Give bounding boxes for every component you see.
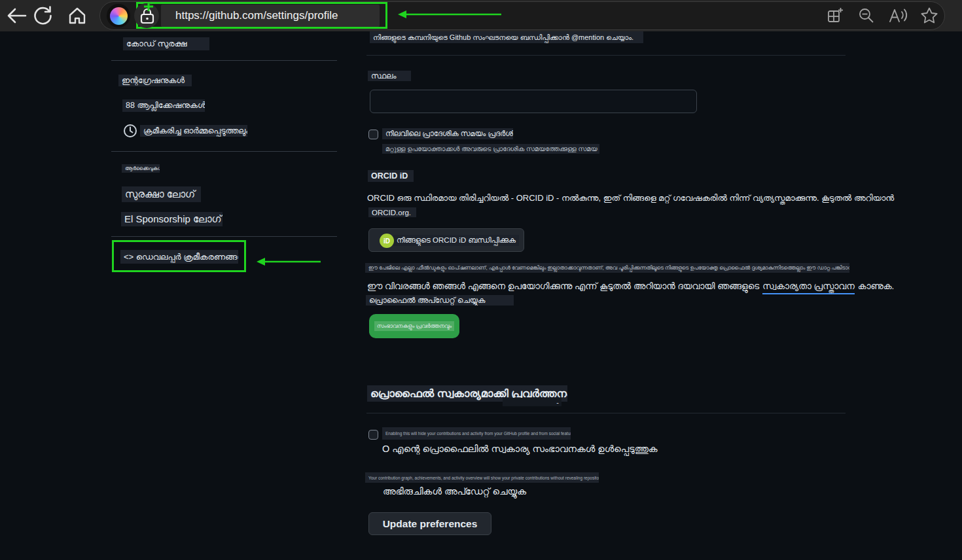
fine-print-text: ഈ പേജിലെ എല്ലാ ഫീൽഡുകളും ഓപ്ഷണലാണ്, എപ്പ… <box>368 265 849 271</box>
annotation-arrow-developer-settings <box>257 257 322 266</box>
sidebar-item-label: 88 ആപ്ലിക്കേഷനുകൾ <box>126 101 205 111</box>
location-input[interactable] <box>370 90 697 113</box>
update-preferences-button[interactable]: Update preferences <box>368 512 491 535</box>
include-private-contributions-label: O എന്റെ പ്രൊഫൈലിൽ സ്വകാര്യ സംഭാവനകൾ ഉൾപ്… <box>382 444 658 455</box>
url-input[interactable]: https://github.com/settings/profile <box>161 5 380 27</box>
sidebar-item-code-security[interactable]: കോഡ് സുരക്ഷ <box>123 37 209 50</box>
sidebar-header-archives: ആർക്കൈവുകൾ <box>122 164 160 173</box>
update-profile-hint: പ്രൊഫൈൽ അപ്ഡേറ്റ് ചെയ്യുക <box>366 295 514 306</box>
annotation-arrow-url <box>398 10 503 19</box>
sentence-text: ഈ വിവരങ്ങൾ ഞങ്ങൾ എങ്ങനെ ഉപയോഗിക്കുന്നു എ… <box>367 281 759 292</box>
sidebar-item-applications[interactable]: 88 ആപ്ലിക്കേഷനുകൾ <box>122 99 205 112</box>
section-divider <box>366 413 846 413</box>
privacy-statement-link[interactable]: സ്വകാര്യതാ പ്രസ്താവന <box>762 281 854 294</box>
orcid-id-icon: iD <box>380 234 394 248</box>
refresh-icon[interactable] <box>32 5 53 26</box>
orcid-description: ORCID ഒരു സ്ഥിരമായ തിരിച്ചറിയൽ - ORCID i… <box>367 193 848 203</box>
include-private-contributions-checkbox[interactable] <box>368 430 378 440</box>
label-text: നിലവിലെ പ്രാദേശിക സമയം പ്രദർശിപ്പിക്കുക <box>385 130 513 138</box>
preferences-fine-print: Your contribution graph, achievements, a… <box>365 472 599 483</box>
sidebar-item-label: <> ഡെവലപ്പർ ക്രമീകരണങ്ങൾ <box>124 252 238 262</box>
sidebar-header-label: ആർക്കൈവുകൾ <box>125 166 160 172</box>
update-preferences-label: അഭിരുചികൾ അപ്ഡേറ്റ് ചെയ്യുക <box>383 486 526 497</box>
sidebar-divider <box>111 236 337 237</box>
hint-text: നിങ്ങളുടെ കമ്പനിയുടെ Github സംഘടനയെ ബന്ധ… <box>373 33 633 42</box>
sidebar-item-label: ക്രമീകരിച്ച ഓർമ്മപ്പെടുത്തലുകൾ <box>143 126 247 136</box>
location-label: സ്ഥലം <box>368 71 411 81</box>
hint-text: പ്രൊഫൈൽ അപ്ഡേറ്റ് ചെയ്യുക <box>369 296 486 305</box>
company-mention-hint: നിങ്ങളുടെ കമ്പനിയുടെ Github സംഘടനയെ ബന്ധ… <box>370 31 643 43</box>
sidebar-item-label: El Sponsorship ലോഗ് <box>124 213 222 225</box>
connect-orcid-button[interactable]: iD നിങ്ങളുടെ ORCID iD ബന്ധിപ്പിക്കുക <box>368 228 524 252</box>
label-text: O എന്റെ പ്രൊഫൈലിൽ സ്വകാര്യ സംഭാവനകൾ ഉൾപ്… <box>382 444 658 454</box>
button-label: നിങ്ങളുടെ ORCID iD ബന്ധിപ്പിക്കുക <box>393 235 519 246</box>
fields-optional-fine-print: ഈ പേജിലെ എല്ലാ ഫീൽഡുകളും ഓപ്ഷണലാണ്, എപ്പ… <box>365 263 849 273</box>
url-text: https://github.com/settings/profile <box>175 9 338 22</box>
sidebar-item-scheduled-reminders[interactable]: ക്രമീകരിച്ച ഓർമ്മപ്പെടുത്തലുകൾ <box>140 125 247 137</box>
orcid-org-link[interactable]: ORCID.org. <box>368 207 416 217</box>
hint-text: മറ്റുള്ള ഉപയോക്താക്കൾ അവരുടെ പ്രാദേശിക സ… <box>385 145 599 153</box>
dash-text: - <box>556 398 559 406</box>
annotation-cursor-marker <box>143 1 154 12</box>
private-contributions-fine-print: Enabling this will hide your contributio… <box>382 427 571 440</box>
sidebar-divider <box>111 151 337 152</box>
sidebar-divider <box>111 60 337 61</box>
local-time-hint: മറ്റുള്ള ഉപയോക്താക്കൾ അവരുടെ പ്രാദേശിക സ… <box>382 144 599 154</box>
sidebar-item-security-log[interactable]: സുരക്ഷാ ലോഗ് <box>122 186 201 202</box>
favorites-star-icon[interactable] <box>919 6 939 26</box>
sidebar-item-sponsorship-log[interactable]: El Sponsorship ലോഗ് <box>121 212 223 226</box>
clock-icon <box>123 124 137 138</box>
home-icon[interactable] <box>67 6 87 26</box>
zoom-out-icon[interactable] <box>857 7 876 25</box>
button-label: Update preferences <box>383 518 478 530</box>
heading-remnant: - <box>503 398 561 406</box>
label-text: അഭിരുചികൾ അപ്ഡേറ്റ് ചെയ്യുക <box>383 486 526 497</box>
button-label: സംഭാവനകളും പ്രവർത്തനവും <box>374 321 454 331</box>
sidebar-item-label: കോഡ് സുരക്ഷ <box>126 39 187 49</box>
copilot-icon[interactable] <box>107 4 130 27</box>
privacy-statement-sentence: ഈ വിവരങ്ങൾ ഞങ്ങൾ എങ്ങനെ ഉപയോഗിക്കുന്നു എ… <box>367 281 894 294</box>
section-divider <box>366 55 846 56</box>
browser-toolbar: https://github.com/settings/profile <box>0 0 962 31</box>
label-text: സ്ഥലം <box>371 71 396 80</box>
local-time-checkbox[interactable] <box>368 130 378 139</box>
sidebar-header-integrations: ഇന്റഗ്രേഷനുകൾ <box>118 75 192 86</box>
back-icon[interactable] <box>5 7 27 25</box>
paragraph-text: ORCID ഒരു സ്ഥിരമായ തിരിച്ചറിയൽ - ORCID i… <box>367 193 894 203</box>
sidebar-item-developer-settings[interactable]: <> ഡെവലപ്പർ ക്രമീകരണങ്ങൾ <box>120 250 238 264</box>
link-text: ORCID.org. <box>372 209 411 217</box>
browser-window: https://github.com/settings/profile കോഡ്… <box>0 0 962 560</box>
orcid-label: ORCID iD <box>368 170 414 182</box>
tab-actions-icon[interactable] <box>826 7 844 25</box>
sidebar-header-label: ഇന്റഗ്രേഷനുകൾ <box>122 76 185 86</box>
update-profile-button[interactable]: സംഭാവനകളും പ്രവർത്തനവും <box>369 314 459 338</box>
copilot-logo <box>110 7 128 25</box>
fine-print-text: Enabling this will hide your contributio… <box>385 431 571 436</box>
label-text: ORCID iD <box>371 171 408 181</box>
sidebar-item-label: സുരക്ഷാ ലോഗ് <box>125 188 195 200</box>
read-aloud-icon[interactable] <box>887 6 908 26</box>
local-time-label: നിലവിലെ പ്രാദേശിക സമയം പ്രദർശിപ്പിക്കുക <box>382 128 513 139</box>
fine-print-text: Your contribution graph, achievements, a… <box>368 476 599 480</box>
sentence-text: കാണുക. <box>858 281 895 292</box>
